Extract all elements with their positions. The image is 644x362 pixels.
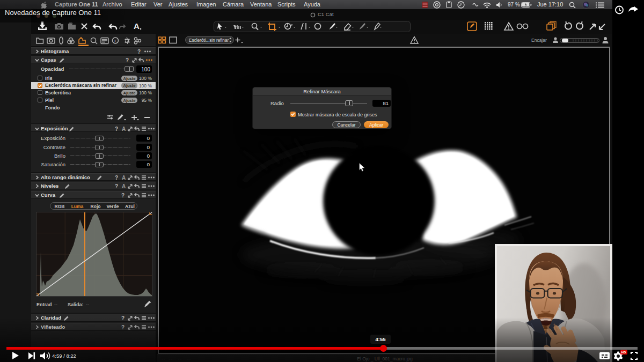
svg-text:A: A	[122, 175, 126, 181]
svg-text:A: A	[122, 126, 126, 132]
svg-text:Encajar: Encajar	[531, 38, 547, 43]
svg-text:?: ?	[121, 315, 125, 321]
svg-text:?: ?	[121, 324, 125, 330]
svg-text:A: A	[122, 183, 126, 189]
svg-text:?: ?	[115, 126, 118, 132]
svg-text:i: i	[114, 39, 115, 43]
svg-text:?: ?	[115, 183, 118, 189]
svg-text:?: ?	[126, 57, 129, 63]
svg-text:HD: HD	[621, 350, 626, 354]
svg-text:A: A	[134, 21, 140, 31]
svg-text:Escleróti...sin refinar: Escleróti...sin refinar	[189, 38, 229, 43]
svg-text:?: ?	[137, 49, 141, 55]
svg-text:?: ?	[115, 175, 118, 181]
svg-text:?: ?	[121, 193, 125, 198]
